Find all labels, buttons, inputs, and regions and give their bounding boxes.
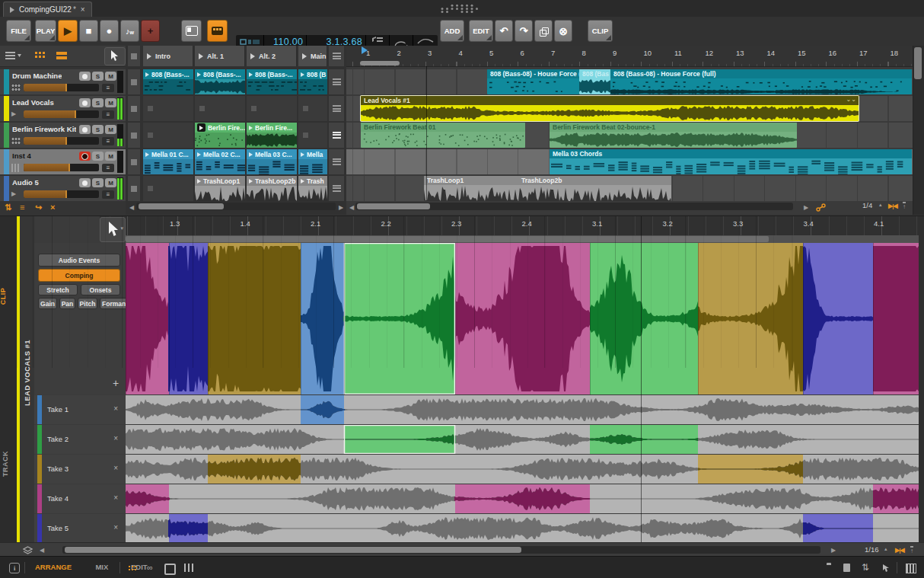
empty-clip-slot[interactable] bbox=[195, 96, 245, 121]
track-row[interactable]: Audio 5SM▶≡ bbox=[0, 176, 126, 201]
undo-button[interactable]: ↶ bbox=[495, 20, 513, 42]
editor-range-lit[interactable] bbox=[126, 236, 769, 242]
scroll-right-arrow[interactable]: ▶ bbox=[831, 547, 836, 554]
clip-stop-button[interactable] bbox=[128, 123, 140, 148]
take-header[interactable]: Take 4× bbox=[34, 484, 126, 513]
take-close-icon[interactable]: × bbox=[113, 493, 118, 502]
record-arm-button[interactable] bbox=[79, 178, 91, 187]
clip-stop-button[interactable] bbox=[128, 96, 140, 121]
volume-fader[interactable] bbox=[24, 137, 99, 145]
arranger-grid-value[interactable]: 1/4 bbox=[862, 201, 872, 209]
scroll-left-arrow[interactable]: ◀ bbox=[40, 547, 44, 554]
empty-clip-slot[interactable] bbox=[143, 123, 193, 148]
link-icon[interactable]: ∞ bbox=[147, 563, 153, 572]
tab-clip[interactable]: CLIP bbox=[0, 288, 7, 305]
clip-stop-button[interactable] bbox=[128, 176, 140, 201]
solo-button[interactable]: S bbox=[92, 98, 104, 107]
project-tab[interactable]: CompingGUI22 * × bbox=[3, 2, 92, 17]
record-arm-button[interactable] bbox=[79, 125, 91, 134]
solo-button[interactable]: S bbox=[92, 72, 104, 81]
arranger-clip[interactable]: 808 (Bass-08) - House Force (full) bbox=[610, 69, 912, 94]
solo-button[interactable]: S bbox=[92, 152, 104, 161]
clear-icon[interactable]: × bbox=[50, 203, 55, 212]
launcher-scroll-left[interactable]: ◀ bbox=[129, 204, 134, 211]
launcher-dots-icon[interactable] bbox=[128, 565, 137, 571]
mute-button[interactable]: M bbox=[105, 178, 116, 187]
piano-panel-icon[interactable] bbox=[906, 564, 916, 573]
view-tab-arrange[interactable]: ARRANGE bbox=[35, 563, 72, 571]
launcher-clip[interactable]: 808 (Bass-... bbox=[143, 69, 193, 94]
clip-stop-button[interactable] bbox=[128, 149, 140, 174]
launcher-clip[interactable]: 808 (Bass-... bbox=[247, 69, 297, 94]
arranger-clip[interactable]: Mella 03 Chords bbox=[550, 149, 912, 174]
play-menu-button[interactable]: PLAY bbox=[35, 20, 56, 42]
take-lane[interactable] bbox=[126, 425, 919, 454]
take-header[interactable]: Take 1× bbox=[34, 395, 126, 424]
launcher-clip[interactable]: TrashLoop2b bbox=[247, 176, 297, 201]
redo-button[interactable]: ↷ bbox=[515, 20, 533, 42]
volume-fader[interactable] bbox=[24, 190, 99, 198]
follow-playhead-icon[interactable]: ↪ bbox=[35, 203, 42, 212]
track-row[interactable]: Lead VocalsSM▶≡ bbox=[0, 96, 126, 121]
solo-button[interactable]: S bbox=[92, 125, 104, 134]
launcher-clip[interactable]: 808 (B bbox=[298, 69, 327, 94]
arranger-snap-icon[interactable] bbox=[816, 203, 827, 212]
editor-grid-value[interactable]: 1/16 bbox=[865, 545, 879, 554]
arranger-expand-icon[interactable]: ↑ bbox=[903, 202, 906, 210]
add-take-button[interactable]: + bbox=[113, 377, 119, 389]
arranger-vertical-scrollbar-thumb[interactable] bbox=[914, 47, 922, 79]
track-name[interactable]: Drum Machine bbox=[12, 72, 62, 80]
record-arm-button[interactable] bbox=[79, 72, 91, 81]
arranger-grid-caret-icon[interactable]: ▴ bbox=[879, 202, 882, 208]
track-name[interactable]: Berlin Firework Kit bbox=[12, 125, 76, 133]
stop-button[interactable]: ■ bbox=[79, 20, 98, 42]
volume-fader[interactable] bbox=[24, 84, 99, 91]
pointer-tool-button[interactable] bbox=[104, 47, 126, 65]
pan-button[interactable]: Pan bbox=[59, 298, 75, 309]
launcher-clip[interactable]: Berlin Fire... bbox=[247, 123, 297, 148]
empty-clip-slot[interactable] bbox=[143, 96, 193, 121]
arranger-track-row[interactable]: Berlin Firework Beat 01Berlin Firework B… bbox=[346, 123, 913, 148]
scene-launch-icon[interactable] bbox=[329, 96, 344, 121]
track-name[interactable]: Inst 4 bbox=[12, 152, 31, 160]
routing-button[interactable]: ≡ bbox=[102, 84, 114, 92]
take-close-icon[interactable]: × bbox=[113, 523, 118, 532]
scene-launch-icon[interactable] bbox=[329, 69, 344, 94]
launcher-scroll-right[interactable]: ▶ bbox=[339, 204, 343, 211]
duplicate-button[interactable] bbox=[534, 20, 553, 42]
pitch-button[interactable]: Pitch bbox=[78, 298, 97, 309]
comp-lane[interactable] bbox=[126, 243, 919, 394]
edit-menu-button[interactable]: EDIT bbox=[469, 20, 493, 42]
arranger-clip[interactable]: 808 (Bas bbox=[579, 69, 610, 94]
editor-pointer-tool-button[interactable]: ▾ bbox=[100, 217, 126, 242]
grid-view-icon[interactable] bbox=[35, 52, 45, 60]
volume-fader[interactable] bbox=[24, 164, 99, 171]
comp-icon[interactable]: ⌄⌄ bbox=[846, 97, 856, 103]
grid-caret-icon[interactable]: ▴ bbox=[884, 546, 887, 552]
clip-menu-button[interactable]: CLIP bbox=[588, 20, 613, 42]
record-arm-button[interactable] bbox=[79, 152, 91, 161]
arranger-clip[interactable]: TrashLoop2b bbox=[518, 176, 671, 201]
layers-icon[interactable] bbox=[23, 546, 33, 554]
track-row[interactable]: Berlin Firework KitSM≡ bbox=[0, 123, 126, 148]
hand-tool-icon[interactable] bbox=[880, 563, 891, 573]
record-button[interactable]: ● bbox=[100, 20, 119, 42]
audio-events-button[interactable]: Audio Events bbox=[38, 254, 120, 267]
track-group-icon[interactable]: ≡ bbox=[20, 203, 24, 212]
launcher-panel-button[interactable] bbox=[181, 20, 202, 42]
track-name[interactable]: Lead Vocals bbox=[12, 98, 54, 107]
mute-button[interactable]: M bbox=[105, 125, 116, 134]
punch-record-button[interactable]: + bbox=[141, 20, 160, 42]
arranger-scroll-right[interactable]: ▶ bbox=[804, 204, 808, 211]
track-row[interactable]: Inst 4SM≡ bbox=[0, 149, 126, 174]
launcher-clip[interactable]: Mella bbox=[298, 149, 327, 174]
close-icon[interactable]: × bbox=[81, 5, 85, 14]
list-view-icon[interactable] bbox=[56, 52, 67, 60]
launcher-clip[interactable]: 808 (Bass-... bbox=[195, 69, 245, 94]
take-header[interactable]: Take 5× bbox=[34, 514, 126, 543]
overdub-button[interactable]: ♪w bbox=[120, 20, 139, 42]
editor-hscrollbar-thumb[interactable] bbox=[65, 547, 521, 553]
scene-launch-icon[interactable] bbox=[329, 149, 344, 174]
empty-clip-slot[interactable] bbox=[247, 96, 297, 121]
track-row[interactable]: Drum MachineSM≡ bbox=[0, 69, 126, 94]
